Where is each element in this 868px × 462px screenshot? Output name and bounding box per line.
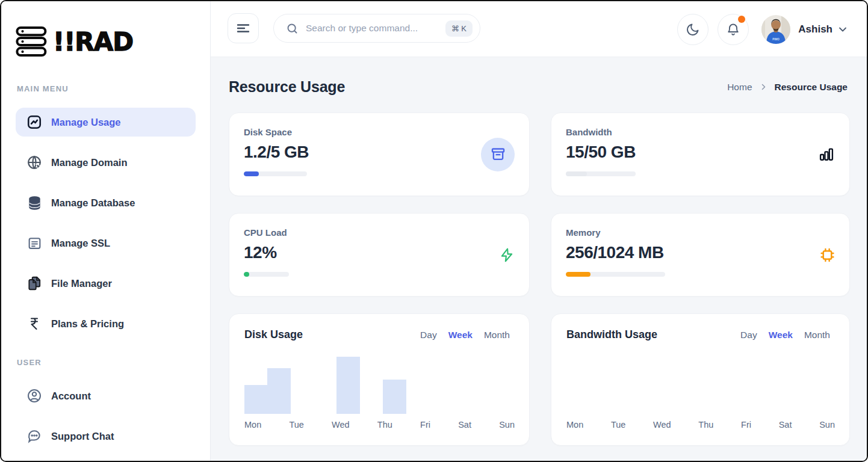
progress-fill: [566, 171, 587, 176]
search-bar[interactable]: ⌘ K: [273, 14, 480, 43]
app-window: !!RAD MAIN MENU Manage Usage: [0, 0, 868, 462]
sidebar-item-support-chat[interactable]: Support Chat: [16, 422, 196, 451]
topbar: ⌘ K: [211, 1, 867, 57]
main-content: Resource Usage Home Resource Usage Disk …: [211, 57, 867, 461]
files-icon: [26, 276, 42, 291]
chart-cards: Disk Usage Day Week Month MonTueWedThuFr…: [229, 313, 848, 446]
database-icon: [26, 195, 42, 211]
stat-label: Disk Space: [244, 127, 515, 137]
chat-icon: [26, 428, 42, 444]
server-icon: [16, 26, 50, 57]
tab-day[interactable]: Day: [420, 330, 437, 340]
x-axis-labels: MonTueWedThuFriSatSun: [244, 420, 515, 430]
memory-card: Memory 256/1024 MB: [551, 213, 850, 297]
breadcrumb-separator-icon: [760, 83, 767, 91]
progress-track: [566, 272, 665, 277]
document-icon: [26, 235, 42, 251]
x-axis-label: Mon: [244, 420, 261, 430]
chart-bar: [336, 357, 360, 414]
x-axis-label: Mon: [566, 420, 583, 430]
x-axis-label: Tue: [611, 420, 625, 430]
bandwidth-card: Bandwidth 15/50 GB: [551, 112, 850, 196]
tab-month[interactable]: Month: [484, 330, 510, 340]
tab-week[interactable]: Week: [448, 330, 473, 340]
keyboard-shortcut-badge: ⌘ K: [445, 20, 473, 37]
sidebar: !!RAD MAIN MENU Manage Usage: [1, 1, 211, 461]
chevron-down-icon[interactable]: [838, 25, 848, 34]
trend-chart-icon: [26, 114, 42, 130]
page-title: Resource Usage: [229, 78, 345, 96]
main-menu: Manage Usage Manage Domain: [16, 108, 196, 338]
sidebar-item-manage-ssl[interactable]: Manage SSL: [16, 229, 196, 257]
bar-plot: [244, 349, 515, 414]
search-icon: [286, 22, 299, 35]
x-axis-label: Sat: [458, 420, 471, 430]
stat-cards: Disk Space 1.2/5 GB Bandwidth 15/50 GB: [229, 112, 848, 297]
breadcrumb: Home Resource Usage: [727, 82, 848, 93]
brand-name: !!RAD: [53, 27, 133, 57]
cpu-load-card: CPU Load 12%: [229, 213, 530, 297]
notification-dot: [738, 16, 745, 23]
notifications-button[interactable]: [718, 14, 749, 45]
sidebar-item-manage-usage[interactable]: Manage Usage: [16, 108, 196, 137]
sidebar-item-plans-pricing[interactable]: Plans & Pricing: [16, 309, 196, 338]
x-axis-labels: MonTueWedThuFriSatSun: [566, 420, 835, 430]
section-label-user: USER: [17, 358, 196, 367]
progress-fill: [566, 272, 591, 277]
x-axis-label: Wed: [332, 420, 350, 430]
bar-chart-icon: [818, 146, 835, 163]
stat-value: 15/50 GB: [566, 143, 835, 162]
bandwidth-usage-chart-card: Bandwidth Usage Day Week Month MonTueWed…: [551, 313, 850, 446]
user-menu: Account Support Chat: [16, 381, 196, 451]
topbar-actions: PIMO Ashish: [677, 1, 848, 57]
breadcrumb-home[interactable]: Home: [727, 82, 752, 93]
tab-month[interactable]: Month: [804, 330, 830, 340]
progress-fill: [244, 171, 259, 176]
breadcrumb-current: Resource Usage: [775, 82, 848, 93]
chart-bar: [267, 368, 291, 414]
globe-icon: [26, 155, 42, 170]
stat-value: 256/1024 MB: [566, 243, 835, 262]
lightning-icon: [499, 247, 515, 263]
chart-range-tabs: Day Week Month: [740, 330, 830, 340]
user-icon: [26, 388, 42, 404]
tab-day[interactable]: Day: [740, 330, 757, 340]
stat-value: 1.2/5 GB: [244, 143, 515, 162]
sidebar-item-manage-domain[interactable]: Manage Domain: [16, 148, 196, 177]
avatar[interactable]: PIMO: [761, 15, 790, 44]
chart-title: Bandwidth Usage: [566, 328, 657, 341]
moon-icon: [686, 22, 700, 37]
brand-logo[interactable]: !!RAD: [16, 25, 196, 58]
progress-track: [244, 272, 289, 277]
chart-title: Disk Usage: [244, 328, 303, 341]
x-axis-label: Thu: [698, 420, 713, 430]
tab-week[interactable]: Week: [769, 330, 793, 340]
cpu-chip-icon: [820, 247, 835, 262]
x-axis-label: Fri: [741, 420, 751, 430]
svg-text:PIMO: PIMO: [772, 37, 780, 40]
section-label-main-menu: MAIN MENU: [17, 84, 196, 93]
progress-track: [566, 171, 636, 176]
x-axis-label: Fri: [420, 420, 430, 430]
x-axis-label: Sat: [779, 420, 792, 430]
progress-fill: [244, 272, 249, 277]
x-axis-label: Sun: [499, 420, 515, 430]
dark-mode-button[interactable]: [677, 14, 708, 45]
bell-icon: [726, 22, 740, 37]
disk-space-card: Disk Space 1.2/5 GB: [229, 112, 530, 196]
user-name[interactable]: Ashish: [798, 23, 832, 35]
sidebar-item-file-manager[interactable]: File Manager: [16, 269, 196, 298]
rupee-icon: [26, 316, 42, 331]
bar-plot: [566, 349, 835, 414]
search-input[interactable]: [306, 23, 445, 34]
chart-range-tabs: Day Week Month: [420, 330, 510, 340]
stat-label: Memory: [566, 227, 835, 238]
sidebar-item-manage-database[interactable]: Manage Database: [16, 188, 196, 217]
stat-label: Bandwidth: [566, 127, 835, 137]
menu-toggle-button[interactable]: [228, 13, 259, 43]
sidebar-item-account[interactable]: Account: [16, 381, 196, 410]
archive-box-icon: [481, 138, 515, 171]
stat-label: CPU Load: [244, 227, 515, 238]
stat-value: 12%: [244, 243, 515, 262]
chart-bar: [244, 385, 268, 414]
